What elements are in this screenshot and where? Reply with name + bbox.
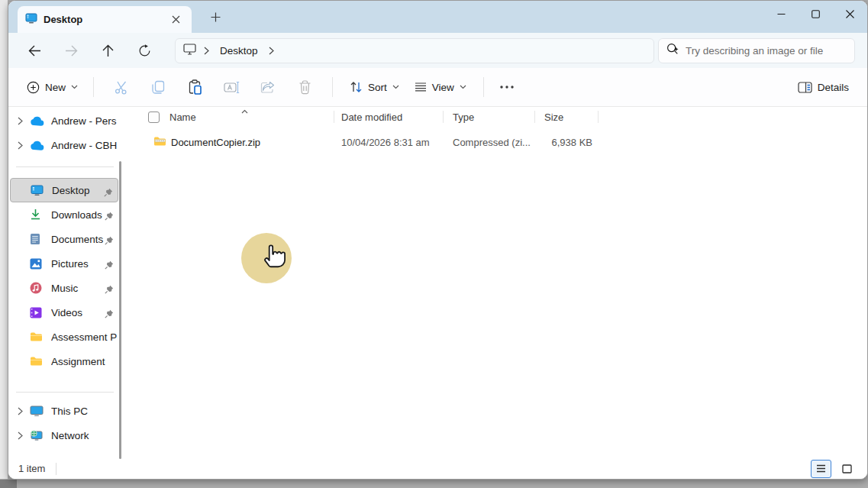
column-header-name[interactable]: Name — [133, 107, 334, 127]
column-header-date-modified[interactable]: Date modified — [334, 107, 444, 127]
share-icon[interactable] — [250, 73, 286, 101]
select-all-checkbox[interactable] — [148, 111, 160, 123]
column-header-size[interactable]: Size — [535, 107, 599, 127]
more-options-icon[interactable] — [493, 73, 521, 101]
sidebar-item-this-pc[interactable]: This PC — [10, 399, 118, 423]
sort-button-label: Sort — [368, 82, 387, 93]
search-input[interactable] — [686, 45, 846, 57]
paste-icon[interactable] — [176, 73, 213, 101]
up-icon[interactable] — [95, 38, 120, 63]
sort-icon — [350, 81, 363, 93]
copy-icon[interactable] — [140, 73, 176, 101]
plus-circle-icon — [27, 81, 40, 94]
close-icon[interactable] — [833, 1, 867, 27]
sidebar-item-downloads[interactable]: Downloads — [10, 202, 118, 227]
folder-icon — [30, 331, 45, 342]
folder-icon — [30, 356, 45, 367]
sidebar-item-onedrive-personal[interactable]: Andrew - Pers — [10, 108, 118, 133]
content-area: Andrew - Pers Andrew - CBH Desktop Downl… — [8, 107, 867, 458]
music-icon — [30, 282, 45, 294]
toolbar-divider — [93, 77, 94, 97]
view-button-label: View — [432, 82, 454, 93]
sidebar-item-music[interactable]: Music — [10, 276, 118, 300]
rename-icon[interactable] — [213, 73, 250, 101]
refresh-icon[interactable] — [132, 38, 156, 63]
file-size: 6,938 KB — [535, 137, 599, 148]
pin-icon — [105, 210, 114, 224]
monitor-icon — [183, 44, 196, 58]
pictures-icon — [30, 258, 45, 270]
column-label: Size — [544, 111, 563, 123]
column-headers: Name Date modified Type Size — [133, 107, 867, 127]
sidebar-item-desktop[interactable]: Desktop — [10, 178, 118, 202]
chevron-right-icon — [204, 47, 209, 55]
tab-title: Desktop — [44, 14, 82, 25]
chevron-down-icon — [460, 85, 466, 89]
column-label: Name — [169, 111, 196, 123]
column-header-type[interactable]: Type — [444, 107, 535, 127]
view-icon — [415, 82, 427, 92]
chevron-right-icon[interactable] — [18, 141, 30, 150]
sidebar-item-onedrive-cbh[interactable]: Andrew - CBH — [10, 133, 118, 157]
videos-icon — [30, 307, 45, 318]
new-tab-icon[interactable] — [205, 8, 225, 26]
sidebar-item-label: Network — [51, 430, 118, 441]
hand-cursor-icon — [260, 242, 288, 273]
file-row-documentcopier-zip[interactable]: DocumentCopier.zip 10/04/2026 8:31 am Co… — [133, 132, 867, 152]
thumbnail-view-icon — [842, 464, 852, 473]
sidebar-item-label: Andrew - CBH — [51, 140, 118, 151]
file-type: Compressed (zi... — [444, 137, 535, 148]
item-count: 1 item — [18, 463, 45, 474]
tab-close-icon[interactable] — [167, 11, 184, 28]
sidebar-item-videos[interactable]: Videos — [10, 300, 118, 325]
chevron-down-icon — [71, 85, 78, 89]
sidebar-item-assessment-folder[interactable]: Assessment P — [10, 325, 118, 349]
explorer-tab-desktop[interactable]: Desktop — [18, 6, 192, 33]
search-box[interactable] — [658, 38, 855, 63]
details-button[interactable]: Details — [792, 77, 855, 98]
thumbnail-view-toggle[interactable] — [837, 460, 857, 478]
details-view-toggle[interactable] — [811, 460, 831, 478]
file-date-modified: 10/04/2026 8:31 am — [334, 137, 444, 148]
breadcrumb-desktop[interactable]: Desktop — [217, 44, 261, 58]
list-view-icon — [816, 464, 826, 473]
forward-icon[interactable] — [59, 38, 83, 63]
chevron-right-icon[interactable] — [18, 431, 30, 440]
chevron-right-icon[interactable] — [18, 407, 30, 415]
chevron-right-icon[interactable] — [269, 47, 274, 55]
address-bar[interactable]: Desktop — [175, 38, 654, 63]
pin-icon — [105, 283, 114, 297]
sidebar-item-label: Assessment P — [51, 331, 118, 343]
cut-icon[interactable] — [103, 73, 140, 101]
desktop-icon — [25, 13, 37, 27]
navigation-bar: Desktop — [8, 33, 867, 68]
desktop-icon — [31, 185, 46, 196]
sidebar-item-assignment-folder[interactable]: Assignment — [10, 349, 118, 373]
new-button[interactable]: New — [21, 76, 84, 99]
toolbar-divider — [332, 77, 333, 97]
navigation-pane: Andrew - Pers Andrew - CBH Desktop Downl… — [8, 107, 133, 458]
back-icon[interactable] — [22, 38, 47, 63]
sidebar-item-network[interactable]: Network — [10, 423, 118, 448]
chevron-right-icon[interactable] — [18, 117, 30, 125]
status-divider — [56, 463, 56, 475]
sidebar-item-pictures[interactable]: Pictures — [10, 251, 118, 276]
maximize-icon[interactable] — [799, 1, 833, 27]
sidebar-item-label: Andrew - Pers — [51, 115, 118, 127]
desktop-backdrop-left — [0, 0, 8, 480]
toolbar-divider — [483, 77, 484, 97]
details-pane-icon — [798, 82, 812, 93]
sidebar-item-documents[interactable]: Documents — [10, 227, 118, 251]
new-button-label: New — [45, 82, 66, 93]
sort-ascending-icon — [241, 105, 248, 116]
sidebar-scrollbar[interactable] — [119, 161, 121, 459]
column-label: Type — [453, 111, 474, 123]
this-pc-icon — [30, 406, 45, 417]
file-list: Name Date modified Type Size DocumentCop… — [133, 107, 867, 458]
sort-button[interactable]: Sort — [342, 76, 407, 98]
view-button[interactable]: View — [407, 77, 474, 98]
minimize-icon[interactable] — [764, 1, 799, 27]
delete-icon[interactable] — [286, 73, 323, 101]
network-icon — [30, 430, 45, 441]
pin-icon — [105, 234, 114, 248]
